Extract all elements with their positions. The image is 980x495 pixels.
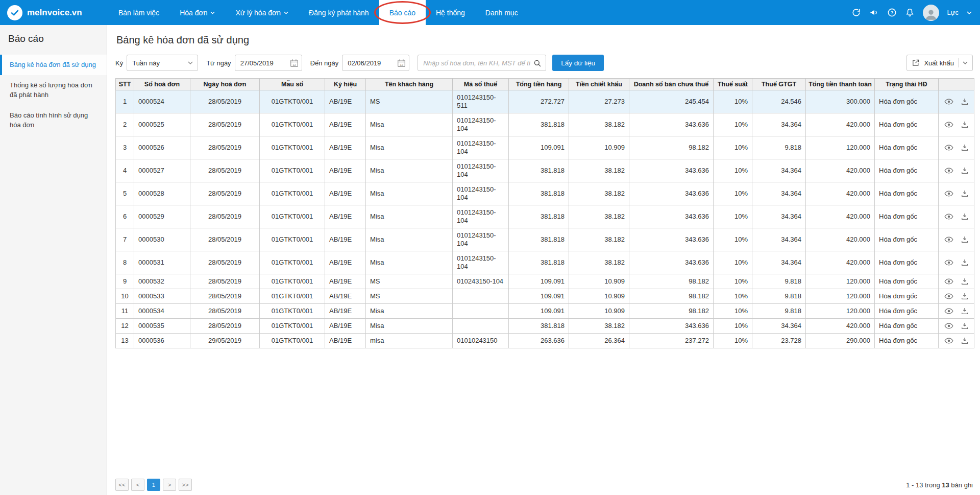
chevron-down-icon[interactable] (963, 61, 968, 64)
eye-icon[interactable] (944, 292, 953, 301)
download-icon[interactable] (961, 292, 969, 300)
table-row[interactable]: 8000053128/05/201901GTKT0/001AB/19EMisa0… (116, 251, 974, 274)
topbar-actions: ? Lực (851, 5, 980, 21)
table-row[interactable]: 12000053528/05/201901GTKT0/001AB/19EMisa… (116, 319, 974, 334)
search-icon[interactable] (533, 59, 542, 67)
nav-item-bao-cao[interactable]: Báo cáo (379, 0, 426, 25)
chevron-down-icon[interactable] (967, 11, 972, 14)
table-row[interactable]: 2000052528/05/201901GTKT0/001AB/19EMisa0… (116, 113, 974, 136)
calendar-icon[interactable]: 12 (290, 59, 299, 67)
cell-tong-tien-hang: 272.727 (509, 90, 569, 113)
cell-thue-suat: 10% (714, 289, 752, 304)
cell-so-hoa-don: 0000529 (134, 205, 190, 228)
refresh-icon[interactable] (851, 8, 861, 17)
download-icon[interactable] (961, 322, 969, 330)
cell-mst: 0101243150-104 (453, 136, 509, 159)
download-icon[interactable] (961, 190, 969, 198)
download-icon[interactable] (961, 213, 969, 221)
user-name[interactable]: Lực (947, 9, 959, 16)
cell-trang-thai: Hóa đơn gốc (875, 228, 939, 251)
cell-trang-thai: Hóa đơn gốc (875, 319, 939, 334)
eye-icon[interactable] (944, 235, 953, 244)
download-icon[interactable] (961, 337, 969, 345)
help-icon[interactable]: ? (887, 8, 897, 17)
nav-item-hoa-don[interactable]: Hóa đơn (169, 0, 225, 25)
table-row[interactable]: 4000052728/05/201901GTKT0/001AB/19EMisa0… (116, 159, 974, 182)
cell-trang-thai: Hóa đơn gốc (875, 136, 939, 159)
cell-trang-thai: Hóa đơn gốc (875, 205, 939, 228)
cell-ten-kh: Misa (366, 319, 453, 334)
table-row[interactable]: 5000052828/05/201901GTKT0/001AB/19EMisa0… (116, 182, 974, 205)
nav-item-label: Bàn làm việc (118, 9, 159, 17)
download-icon[interactable] (961, 144, 969, 152)
nav-item-xu-ly-hoa-don[interactable]: Xử lý hóa đơn (225, 0, 299, 25)
page-last-button[interactable]: >> (179, 479, 192, 491)
eye-icon[interactable] (944, 143, 953, 152)
nav-item-danh-muc[interactable]: Danh mục (475, 0, 528, 25)
page-first-button[interactable]: << (115, 479, 129, 491)
column-header-trang-thai-hd: Trạng thái HĐ (875, 79, 939, 90)
export-button[interactable]: Xuất khẩu (906, 55, 973, 71)
cell-tien-chiet-khau: 10.909 (569, 274, 629, 289)
download-icon[interactable] (961, 307, 969, 315)
cell-ky-hieu: AB/19E (325, 274, 366, 289)
cell-trang-thai: Hóa đơn gốc (875, 334, 939, 348)
table-row[interactable]: 7000053028/05/201901GTKT0/001AB/19EMisa0… (116, 228, 974, 251)
nav-item-he-thong[interactable]: Hệ thống (426, 0, 475, 25)
download-icon[interactable] (961, 98, 969, 106)
eye-icon[interactable] (944, 166, 953, 175)
cell-ngay: 28/05/2019 (190, 319, 260, 334)
notification-bell-icon[interactable] (905, 8, 915, 17)
download-icon[interactable] (961, 167, 969, 175)
search-input[interactable] (418, 55, 546, 70)
eye-icon[interactable] (944, 97, 953, 106)
sidebar-item-bao-cao-tinh-hinh-su-dung-hoa-don[interactable]: Báo cáo tình hình sử dụng hóa đơn (0, 105, 107, 135)
page-prev-button[interactable]: < (131, 479, 144, 491)
cell-stt: 13 (116, 334, 134, 348)
page-number-button[interactable]: 1 (147, 479, 160, 491)
pagination: <<<1>>> (115, 479, 192, 491)
cell-thue-suat: 10% (714, 205, 752, 228)
eye-icon[interactable] (944, 212, 953, 221)
cell-doanh-so: 245.454 (629, 90, 714, 113)
eye-icon[interactable] (944, 189, 953, 198)
cell-ngay: 28/05/2019 (190, 251, 260, 274)
eye-icon[interactable] (944, 321, 953, 331)
download-icon[interactable] (961, 121, 969, 129)
cell-tien-chiet-khau: 38.182 (569, 319, 629, 334)
load-data-button[interactable]: Lấy dữ liệu (552, 55, 604, 71)
cell-so-hoa-don: 0000526 (134, 136, 190, 159)
megaphone-icon[interactable] (869, 8, 879, 17)
eye-icon[interactable] (944, 307, 953, 316)
table-row[interactable]: 13000053629/05/201901GTKT0/001AB/19Emisa… (116, 334, 974, 348)
nav-item-dang-ky-phat-hanh[interactable]: Đăng ký phát hành (299, 0, 379, 25)
brand[interactable]: meInvoice.vn (0, 5, 108, 20)
download-icon[interactable] (961, 258, 969, 267)
cell-doanh-so: 98.182 (629, 289, 714, 304)
eye-icon[interactable] (944, 258, 953, 267)
sidebar-item-thong-ke-so-luong-hoa-don-da-phat-hanh[interactable]: Thống kê số lượng hóa đơn đã phát hành (0, 75, 107, 105)
table-row[interactable]: 6000052928/05/201901GTKT0/001AB/19EMisa0… (116, 205, 974, 228)
eye-icon[interactable] (944, 120, 953, 129)
sidebar-item-bang-ke-hoa-don-da-su-dung[interactable]: Bảng kê hóa đơn đã sử dụng (0, 55, 107, 75)
column-header-ky-hieu: Ký hiệu (325, 79, 366, 90)
avatar[interactable] (923, 5, 939, 21)
table-row[interactable]: 11000053428/05/201901GTKT0/001AB/19EMisa… (116, 304, 974, 319)
table-row[interactable]: 3000052628/05/201901GTKT0/001AB/19EMisa0… (116, 136, 974, 159)
cell-ten-kh: Misa (366, 251, 453, 274)
cell-thue-gtgt: 34.364 (752, 251, 806, 274)
svg-text:12: 12 (292, 63, 296, 66)
download-icon[interactable] (961, 277, 969, 286)
eye-icon[interactable] (944, 277, 953, 286)
nav-item-ban-lam-viec[interactable]: Bàn làm việc (108, 0, 169, 25)
eye-icon[interactable] (944, 336, 953, 345)
download-icon[interactable] (961, 235, 969, 244)
table-row[interactable]: 10000053328/05/201901GTKT0/001AB/19EMS10… (116, 289, 974, 304)
table-row[interactable]: 1000052428/05/201901GTKT0/001AB/19EMS010… (116, 90, 974, 113)
to-date-box: 12 (342, 55, 409, 71)
page-next-button[interactable]: > (163, 479, 176, 491)
cell-thue-gtgt: 9.818 (752, 304, 806, 319)
table-row[interactable]: 9000053228/05/201901GTKT0/001AB/19EMS010… (116, 274, 974, 289)
period-select[interactable]: Tuần này (127, 55, 198, 71)
calendar-icon[interactable]: 12 (397, 59, 406, 67)
